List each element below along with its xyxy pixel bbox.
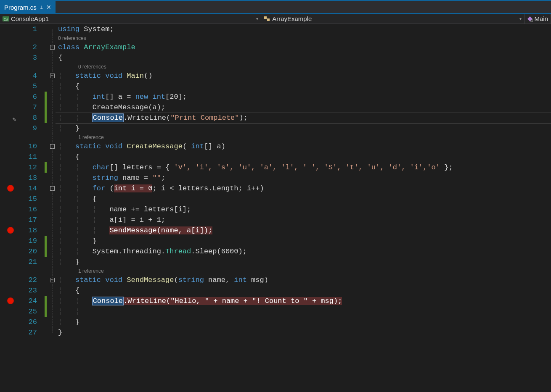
- codelens[interactable]: 1 reference: [56, 134, 551, 141]
- svg-rect-3: [267, 18, 270, 21]
- code-line[interactable]: ¦ ¦ {: [56, 194, 551, 204]
- line-number: 12: [21, 162, 44, 173]
- code-line[interactable]: ¦ ¦ string name = "";: [56, 173, 551, 183]
- line-number: 2: [21, 42, 44, 53]
- line-number: 27: [21, 327, 44, 338]
- line-number: 13: [21, 173, 44, 183]
- code-line[interactable]: ¦ static void SendMessage(string name, i…: [56, 275, 551, 285]
- line-number: 20: [21, 246, 44, 257]
- code-line[interactable]: ¦ {: [56, 152, 551, 162]
- code-line[interactable]: ¦ }: [56, 123, 551, 134]
- svg-rect-2: [264, 16, 267, 19]
- line-number: 17: [21, 215, 44, 225]
- code-line[interactable]: ¦ ¦ CreateMessage(a);: [56, 102, 551, 113]
- code-line[interactable]: ¦ ¦ int[] a = new int[20];: [56, 92, 551, 102]
- class-icon: [264, 16, 270, 22]
- navigation-bar: C# ConsoleApp1 ▾ ArrayExample ▾ Main: [0, 14, 551, 24]
- fold-toggle[interactable]: −: [50, 45, 55, 50]
- line-number: 6: [21, 92, 44, 102]
- code-line[interactable]: ¦ ¦ Console.WriteLine("Hello, " + name +…: [56, 296, 551, 306]
- line-number: 10: [21, 141, 44, 152]
- code-editor[interactable]: 1 using System; 0 references 2 − class A…: [0, 24, 551, 391]
- line-number: 11: [21, 152, 44, 162]
- line-number: 5: [21, 81, 44, 92]
- method-icon: [527, 16, 533, 22]
- code-line[interactable]: ¦ ¦ for (int i = 0; i < letters.Length; …: [56, 183, 551, 194]
- word-match: Console: [93, 297, 123, 305]
- code-line[interactable]: }: [56, 327, 551, 338]
- nav-member-label: Main: [535, 15, 548, 22]
- line-number: 23: [21, 285, 44, 296]
- svg-rect-5: [531, 20, 533, 22]
- file-tab[interactable]: Program.cs ⟂ ✕: [0, 1, 56, 13]
- code-line[interactable]: ¦ ¦ ¦ SendMessage(name, a[i]);: [56, 225, 551, 236]
- code-line[interactable]: ¦ static void Main(): [56, 71, 551, 81]
- fold-toggle[interactable]: −: [50, 278, 55, 282]
- fold-toggle[interactable]: −: [50, 74, 55, 78]
- code-line[interactable]: ¦ ¦ ¦ a[i] = i + 1;: [56, 215, 551, 225]
- code-line[interactable]: {: [56, 53, 551, 63]
- code-line[interactable]: ¦ ¦ }: [56, 236, 551, 246]
- codelens[interactable]: 1 reference: [56, 267, 551, 275]
- code-line[interactable]: using System;: [56, 24, 551, 34]
- line-number: 25: [21, 306, 44, 317]
- nav-project-label: ConsoleApp1: [11, 15, 49, 22]
- line-number: 1: [21, 24, 44, 34]
- svg-text:C#: C#: [4, 17, 8, 21]
- line-number: 3: [21, 53, 44, 63]
- line-number: 8: [21, 113, 44, 123]
- code-line[interactable]: ¦ ¦ System.Threading.Thread.Sleep(6000);: [56, 246, 551, 257]
- code-line[interactable]: ¦ ¦ ¦ name += letters[i];: [56, 204, 551, 215]
- selected-word[interactable]: Console: [93, 114, 123, 122]
- breakpoint-icon[interactable]: [7, 227, 14, 234]
- line-number: 18: [21, 225, 44, 236]
- line-number: 16: [21, 204, 44, 215]
- nav-project-dropdown[interactable]: C# ConsoleApp1 ▾: [0, 14, 261, 24]
- code-line[interactable]: ¦ ¦: [56, 306, 551, 317]
- csharp-icon: C#: [3, 16, 9, 22]
- nav-class-dropdown[interactable]: ArrayExample ▾: [261, 14, 524, 24]
- line-number: 9: [21, 123, 44, 134]
- code-line[interactable]: ¦ ¦ char[] letters = { 'V', 'i', 's', 'u…: [56, 162, 551, 173]
- code-line[interactable]: class ArrayExample: [56, 42, 551, 53]
- fold-toggle[interactable]: −: [50, 186, 55, 191]
- code-line[interactable]: ¦ }: [56, 317, 551, 327]
- line-number: 24: [21, 296, 44, 306]
- nav-member-dropdown[interactable]: Main: [525, 14, 551, 24]
- codelens[interactable]: 0 references: [56, 63, 551, 71]
- fold-toggle[interactable]: −: [50, 144, 55, 149]
- breakpoint-icon[interactable]: [7, 297, 14, 304]
- nav-class-label: ArrayExample: [272, 15, 312, 22]
- tab-strip: Program.cs ⟂ ✕: [0, 1, 551, 14]
- line-number: 4: [21, 71, 44, 81]
- line-number: 14: [21, 183, 44, 194]
- close-icon[interactable]: ✕: [46, 4, 51, 11]
- line-number: 7: [21, 102, 44, 113]
- file-tab-title: Program.cs: [4, 4, 37, 11]
- code-line[interactable]: ¦ {: [56, 285, 551, 296]
- code-line[interactable]: ¦ ¦ Console.WriteLine("Print Complete");: [56, 113, 551, 123]
- code-line[interactable]: ¦ {: [56, 81, 551, 92]
- chevron-down-icon: ▾: [516, 16, 522, 21]
- pin-icon[interactable]: ⟂: [40, 4, 43, 10]
- breakpoint-icon[interactable]: [7, 185, 14, 192]
- codelens[interactable]: 0 references: [56, 34, 551, 42]
- line-number: 19: [21, 236, 44, 246]
- line-number: 15: [21, 194, 44, 204]
- line-number: 22: [21, 275, 44, 285]
- line-number: 21: [21, 257, 44, 267]
- code-line[interactable]: ¦ static void CreateMessage( int[] a): [56, 141, 551, 152]
- line-number: 26: [21, 317, 44, 327]
- code-line[interactable]: ¦ }: [56, 257, 551, 267]
- chevron-down-icon: ▾: [253, 16, 258, 21]
